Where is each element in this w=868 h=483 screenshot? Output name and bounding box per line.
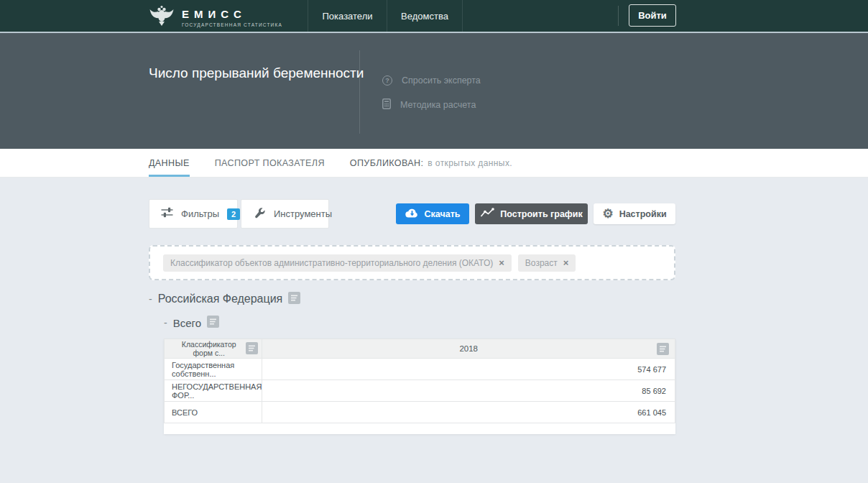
filter-chip-okato[interactable]: Классификатор объектов административно-т… [163, 254, 512, 272]
filters-button[interactable]: Фильтры 2 [149, 199, 238, 229]
download-button[interactable]: Скачать [396, 203, 469, 224]
data-table: Классификатор форм с... [164, 339, 675, 423]
settings-label: Настройки [619, 209, 667, 219]
tab-bar: ДАННЫЕ ПАСПОРТ ПОКАЗАТЕЛЯ ОПУБЛИКОВАН: в… [0, 149, 868, 178]
ask-expert-label: Спросить эксперта [402, 75, 481, 86]
tools-button[interactable]: Инструменты [241, 199, 329, 229]
top-navbar: ЕМИСС ГОСУДАРСТВЕННАЯ СТАТИСТИКА Показат… [0, 0, 868, 33]
page-title: Число прерываний беременности [149, 65, 364, 81]
table-row: НЕГОСУДАРСТВЕННАЯ ФОР... 85 692 [165, 380, 675, 402]
dimension-tree: - Российская Федерация - Всего [149, 291, 675, 331]
main-content: Фильтры 2 Инструменты [0, 178, 868, 483]
list-icon[interactable] [246, 342, 258, 356]
header-divider [359, 50, 360, 134]
list-icon[interactable] [657, 343, 669, 356]
filters-count-badge: 2 [227, 208, 240, 220]
table-row: ВСЕГО 661 045 [165, 402, 675, 423]
collapse-toggle-icon[interactable]: - [164, 317, 167, 328]
cloud-download-icon [405, 208, 419, 220]
list-icon[interactable] [288, 292, 300, 307]
active-filters-panel: Классификатор объектов административно-т… [149, 245, 675, 280]
row-value: 661 045 [262, 402, 675, 423]
logo-title: ЕМИСС [182, 8, 282, 21]
login-button[interactable]: Войти [629, 4, 676, 27]
filter-chip-okato-label: Классификатор объектов административно-т… [170, 258, 493, 268]
methodology-label: Методика расчета [400, 100, 476, 110]
dimension-header-label: Классификатор форм с... [172, 340, 246, 357]
row-label: ВСЕГО [165, 402, 262, 423]
tab-passport[interactable]: ПАСПОРТ ПОКАЗАТЕЛЯ [215, 149, 325, 177]
list-icon[interactable] [207, 316, 219, 330]
filters-label: Фильтры [181, 208, 219, 219]
published-status: ОПУБЛИКОВАН: в открытых данных. [350, 149, 512, 177]
tree-item-total[interactable]: - Всего [164, 315, 675, 331]
logo-subtitle: ГОСУДАРСТВЕННАЯ СТАТИСТИКА [182, 22, 282, 27]
build-chart-label: Построить график [500, 209, 582, 219]
row-value: 574 677 [262, 359, 675, 380]
table-header-dimension[interactable]: Классификатор форм с... [165, 339, 262, 359]
published-label: ОПУБЛИКОВАН: [350, 158, 423, 168]
tree-item-label: Российская Федерация [158, 293, 283, 305]
emiss-logo[interactable]: ЕМИСС ГОСУДАРСТВЕННАЯ СТАТИСТИКА [149, 4, 282, 31]
navbar-menu: Показатели Ведомства [308, 0, 463, 32]
data-table-card: Классификатор форм с... [164, 339, 675, 434]
row-label: НЕГОСУДАРСТВЕННАЯ ФОР... [165, 380, 262, 402]
tree-item-russian-federation[interactable]: - Российская Федерация [149, 291, 675, 307]
close-icon[interactable]: × [563, 258, 569, 267]
row-value: 85 692 [262, 380, 675, 402]
table-header-year[interactable]: 2018 [262, 339, 675, 359]
filter-chip-age[interactable]: Возраст × [518, 254, 576, 272]
toolbar-spacer [329, 199, 396, 229]
ask-expert-link[interactable]: ? Спросить эксперта [382, 75, 481, 86]
settings-button[interactable]: ⚙ Настройки [594, 203, 675, 224]
wrench-icon [254, 207, 265, 221]
year-header-label: 2018 [459, 344, 478, 353]
nav-item-indicators[interactable]: Показатели [308, 0, 387, 32]
filter-chip-age-label: Возраст [525, 258, 558, 268]
close-icon[interactable]: × [499, 258, 504, 267]
gear-icon: ⚙ [602, 208, 613, 220]
published-value: в открытых данных. [428, 158, 512, 168]
tools-label: Инструменты [274, 208, 332, 219]
tab-data[interactable]: ДАННЫЕ [149, 149, 190, 177]
methodology-link[interactable]: Методика расчета [382, 98, 476, 111]
row-label: Государственная собственн... [165, 359, 262, 380]
action-buttons: Скачать Построить график ⚙ Настройки [396, 203, 675, 224]
navbar-divider [618, 6, 619, 26]
tree-item-label: Всего [173, 317, 201, 329]
download-label: Скачать [425, 209, 461, 219]
toolbar: Фильтры 2 Инструменты [149, 199, 675, 229]
build-chart-button[interactable]: Построить график [475, 203, 588, 224]
calculator-icon [382, 98, 391, 111]
collapse-toggle-icon[interactable]: - [149, 293, 152, 305]
sliders-icon [161, 207, 173, 221]
nav-item-agencies[interactable]: Ведомства [387, 0, 463, 32]
eagle-emblem-icon [149, 4, 175, 31]
page-header: Число прерываний беременности ? Спросить… [0, 33, 868, 149]
question-circle-icon: ? [382, 75, 392, 86]
line-chart-icon [480, 208, 494, 220]
table-row: Государственная собственн... 574 677 [165, 359, 675, 380]
